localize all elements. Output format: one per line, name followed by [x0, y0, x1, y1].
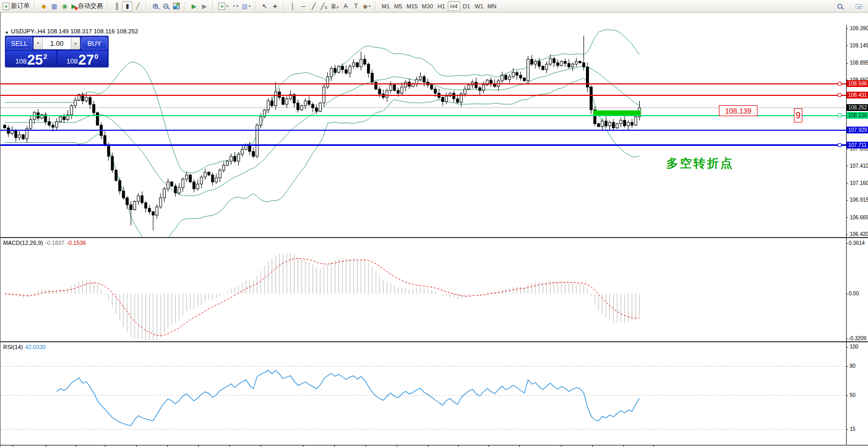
line-handle[interactable] [838, 143, 841, 147]
toolbar-button-label: 自动交易 [78, 2, 103, 10]
zoom-in-button[interactable]: + [150, 1, 161, 11]
toolbar-separator [255, 2, 258, 11]
price-tick-mark [846, 166, 848, 166]
cursor-button[interactable]: ↖ [260, 1, 270, 11]
line-handle[interactable] [838, 82, 841, 85]
auto-scroll-button[interactable]: ▶ [189, 1, 199, 11]
macd-tick-mark [846, 243, 848, 244]
line-chart-button[interactable]: ╱ [132, 1, 143, 11]
timeframe-m5-button[interactable]: M5 [392, 1, 405, 11]
search-icon [837, 4, 842, 9]
price-line-label: 107.711 [847, 142, 868, 148]
macd-indicator-svg [1, 238, 846, 341]
horizontal-line-object[interactable] [1, 83, 846, 84]
timeframe-w1-button[interactable]: W1 [473, 1, 486, 11]
volume-input[interactable] [43, 38, 71, 49]
publish-chart-icon: ▦ [51, 3, 57, 9]
new-order-button[interactable]: +新订单 [1, 1, 31, 11]
main-toolbar: +新订单◆▦◉▶自动交易║▮╱+−▶▶+▾◔▾▧▾↖+│─╱╱E≣FAT◈▾M1… [0, 0, 868, 13]
price-tick-mark [846, 200, 848, 201]
bid-price-label: 108.252 [847, 104, 868, 111]
price-tick-label: 109.390 [850, 26, 868, 31]
price-tick-mark [846, 45, 848, 46]
arrows-icon: ◈ [363, 3, 368, 9]
chevron-down-icon: ▾ [226, 4, 228, 8]
buy-price-display[interactable]: 108270 [57, 51, 107, 67]
chinese-annotation[interactable]: 多空转折点 [666, 155, 734, 171]
chat-button[interactable] [853, 1, 864, 11]
rsi-tick-mark [846, 366, 848, 367]
horizontal-line-object[interactable] [1, 130, 846, 131]
horizontal-line-button[interactable]: ─ [298, 1, 309, 11]
horizontal-line-object[interactable] [1, 95, 846, 96]
crosshair-icon: + [273, 3, 277, 9]
tool-subscript: F [337, 6, 339, 9]
panel-separator[interactable] [1, 341, 868, 342]
macd-tick-label: -0.3209 [849, 336, 866, 341]
candlestick-chart-button[interactable]: ▮ [122, 1, 132, 11]
chart-shift-button[interactable]: ▶ [199, 1, 210, 11]
arrows-button[interactable]: ◈▾ [361, 1, 372, 11]
price-tick-mark [846, 183, 848, 183]
timeframe-m15-button[interactable]: M15 [405, 1, 420, 11]
text-button[interactable]: A [340, 1, 351, 11]
timeframe-h1-button[interactable]: H1 [435, 1, 448, 11]
channel-button[interactable]: ╱E [319, 1, 329, 11]
line-chart-icon: ╱ [136, 3, 140, 9]
chart-shift-icon: ▶ [202, 3, 207, 9]
fibonacci-button[interactable]: ≣F [329, 1, 340, 11]
timeframe-mn-button[interactable]: MN [485, 1, 498, 11]
publish-chart-icon[interactable]: ▦ [49, 1, 59, 11]
timeframe-h4-button[interactable]: H4 [448, 1, 460, 11]
trendline-icon: ╱ [312, 3, 315, 9]
trendline-button[interactable]: ╱ [309, 1, 319, 11]
panel-separator[interactable] [1, 237, 868, 238]
support-zone-highlight[interactable] [593, 110, 641, 115]
zoom-out-button[interactable]: − [161, 1, 171, 11]
text-icon: A [344, 3, 348, 9]
gold-badge-icon[interactable]: ◆ [39, 1, 49, 11]
zoom-out-icon: − [163, 4, 168, 9]
vertical-line-button[interactable]: │ [288, 1, 298, 11]
horizontal-line-object[interactable] [1, 144, 846, 146]
buy-button[interactable]: BUY [81, 37, 107, 49]
timeframe-m1-button[interactable]: M1 [380, 1, 392, 11]
tile-windows-button[interactable] [171, 1, 181, 11]
sell-button[interactable]: SELL [6, 37, 32, 49]
tool-subscript: E [325, 6, 327, 9]
sell-price-display[interactable]: 108252 [6, 51, 56, 67]
timeframe-m30-button[interactable]: M30 [420, 1, 435, 11]
volume-decrease-button[interactable]: ▼ [34, 38, 43, 49]
volume-increase-button[interactable]: ▲ [71, 38, 80, 49]
indicators-button[interactable]: +▾ [217, 1, 230, 11]
search-button[interactable] [835, 1, 845, 11]
autotrade-button[interactable]: ▶自动交易 [70, 1, 104, 11]
price-tick-mark [846, 29, 848, 29]
line-handle[interactable] [838, 114, 841, 117]
macd-label: MACD(12,26,9)-0.1837-0.1536 [3, 240, 86, 246]
rsi-tick-mark [846, 429, 848, 430]
macd-tick-label: 0.3614 [849, 240, 865, 246]
templates-button[interactable]: ▧▾ [240, 1, 252, 11]
toolbar-separator [212, 2, 215, 11]
collapse-panel-icon[interactable]: ▲ [5, 30, 9, 34]
bar-chart-button[interactable]: ║ [112, 1, 122, 11]
sound-icon[interactable]: ◉ [59, 1, 70, 11]
auto-scroll-icon: ▶ [192, 3, 197, 9]
price-annotation-box[interactable]: 108.139 [719, 105, 757, 116]
timeframe-d1-button[interactable]: D1 [460, 1, 473, 11]
chevron-down-icon: ▾ [249, 4, 251, 8]
autotrade-icon: ▶ [71, 3, 76, 9]
horizontal-line-icon: ─ [301, 3, 305, 9]
price-line-label: 108.596 [847, 80, 868, 87]
price-annotation-partial[interactable]: 9 [794, 108, 802, 122]
price-tick-mark [846, 63, 848, 64]
rsi-indicator-svg [1, 342, 846, 445]
crosshair-button[interactable]: + [270, 1, 280, 11]
periods-button[interactable]: ◔▾ [230, 1, 240, 11]
text-label-button[interactable]: T [351, 1, 361, 11]
rsi-tick-mark [846, 347, 848, 347]
line-handle[interactable] [838, 93, 841, 97]
indicators-icon: + [218, 3, 225, 10]
price-tick-label: 107.160 [850, 180, 868, 186]
